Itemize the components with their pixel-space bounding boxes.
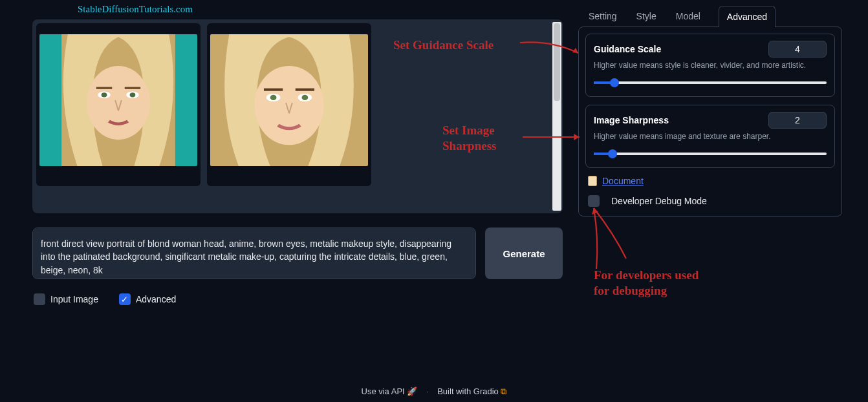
rocket-icon: 🚀 [407,386,417,396]
guidance-scale-slider[interactable] [594,78,827,87]
debug-label: Developer Debug Mode [611,196,707,206]
checkbox-icon: ✓ [119,293,131,305]
tab-setting[interactable]: Setting [587,6,618,26]
svg-point-2 [87,66,150,140]
document-icon [588,176,597,186]
footer-gradio-link[interactable]: Built with Gradio [437,386,499,396]
checkbox-icon [34,293,45,305]
tab-style[interactable]: Style [635,6,658,26]
debug-checkbox[interactable] [588,195,600,207]
advanced-checkbox[interactable]: ✓ Advanced [119,293,176,305]
svg-point-6 [130,92,136,97]
svg-point-5 [102,92,107,97]
svg-rect-8 [125,87,140,89]
checkbox-label: Advanced [136,294,176,304]
footer-api-link[interactable]: Use via API [362,386,405,396]
site-title: StableDiffusionTutorials.com [78,4,193,15]
gradio-icon: ⧉ [501,386,506,396]
main-pane: Generate Input Image ✓ Advanced [32,19,563,305]
gallery-image-1[interactable] [36,23,201,186]
guidance-scale-title: Guidance Scale [594,44,661,54]
right-pane: Setting Style Model Advanced Guidance Sc… [578,5,842,217]
annotation-debug: For developers used for debugging [594,268,699,299]
image-sharpness-help: Higher value means image and texture are… [594,131,827,142]
advanced-panel: Guidance Scale 4 Higher value means styl… [578,26,842,217]
generate-button[interactable]: Generate [485,227,563,279]
gallery-image-2[interactable] [207,23,371,186]
svg-point-14 [302,95,309,100]
guidance-scale-value[interactable]: 4 [768,41,827,58]
gallery-scrollbar[interactable] [552,22,561,211]
guidance-scale-help: Higher value means style is cleaner, viv… [594,60,827,70]
footer: Use via API 🚀 · Built with Gradio ⧉ [0,386,868,397]
svg-rect-15 [264,89,283,91]
image-sharpness-value[interactable]: 2 [768,112,827,129]
svg-rect-16 [296,89,314,91]
portrait-illustration [39,34,197,166]
image-sharpness-group: Image Sharpness 2 Higher value means ima… [585,105,835,168]
document-link[interactable]: Document [602,176,644,186]
tab-model[interactable]: Model [675,6,702,26]
tab-advanced[interactable]: Advanced [719,6,776,27]
scrollbar-thumb[interactable] [554,23,560,101]
input-image-checkbox[interactable]: Input Image [34,293,98,305]
tab-bar: Setting Style Model Advanced [578,5,842,26]
image-sharpness-title: Image Sharpness [594,115,669,125]
portrait-illustration [210,34,368,166]
output-gallery [32,19,563,213]
svg-point-10 [254,66,323,145]
svg-point-13 [270,95,277,100]
guidance-scale-group: Guidance Scale 4 Higher value means styl… [585,34,835,97]
image-sharpness-slider[interactable] [594,149,827,158]
svg-rect-7 [96,87,112,89]
prompt-input[interactable] [32,227,476,279]
checkbox-label: Input Image [50,294,98,304]
